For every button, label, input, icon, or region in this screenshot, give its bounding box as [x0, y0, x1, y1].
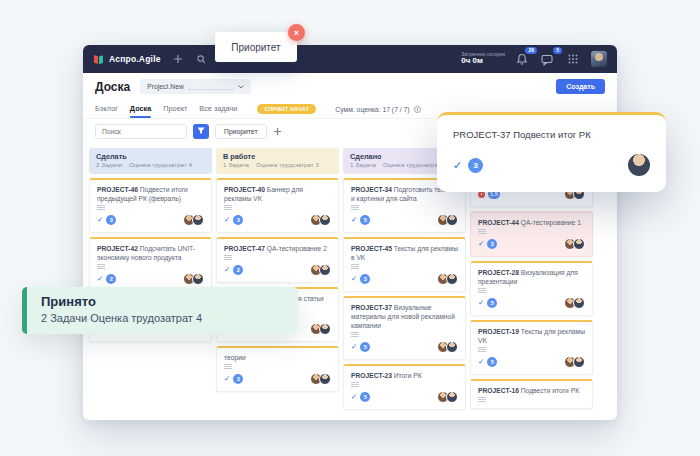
column-header: В работе1 ЗадачаОценка трудозатрат 3	[216, 148, 339, 174]
check-icon: ✓	[224, 266, 230, 274]
add-filter-button[interactable]	[273, 127, 282, 136]
avatar	[446, 341, 458, 353]
tab-проект[interactable]: Проект	[163, 100, 187, 118]
user-avatar[interactable]	[591, 51, 607, 67]
tab-все-задачи[interactable]: Все задачи	[199, 100, 237, 118]
assignee-avatars	[183, 214, 204, 226]
check-icon: ✓	[224, 216, 230, 224]
check-icon: ✓	[97, 216, 103, 224]
plus-icon	[273, 127, 282, 136]
description-icon	[478, 288, 486, 293]
filter-button[interactable]	[193, 124, 209, 139]
info-icon[interactable]	[414, 106, 421, 113]
column-task-count: 1 Задача	[223, 161, 249, 169]
floating-task-card[interactable]: PROJECT-37 Подвести итог РК ✓ 3	[437, 112, 666, 192]
task-card-project-47[interactable]: PROJECT-47 QA-тестирование 2✓2	[216, 237, 339, 283]
check-icon: ✓	[97, 275, 103, 283]
estimate-badge: 3	[233, 215, 243, 225]
task-card[interactable]: теории✓3	[216, 346, 339, 392]
description-icon	[478, 229, 486, 234]
assignee-avatars	[564, 297, 585, 309]
task-id: PROJECT-42	[97, 245, 138, 252]
task-id: PROJECT-23	[351, 372, 392, 379]
tab-бэклог[interactable]: Бэклог	[95, 100, 118, 118]
board-column-2: В работе1 ЗадачаОценка трудозатрат 3PROJ…	[216, 148, 339, 420]
task-title: PROJECT-44 QA-тестирование 1	[478, 218, 585, 227]
task-card-project-23[interactable]: PROJECT-23 Итоги РК✓5	[343, 364, 466, 410]
column-header: Сделать2 ЗадачиОценка трудозатрат 4	[89, 148, 212, 174]
apps-grid-icon[interactable]	[566, 52, 580, 66]
task-id: PROJECT-44	[478, 219, 519, 226]
accepted-subtitle: 2 Задачи Оценка трудозатрат 4	[41, 312, 284, 324]
estimate-badge: 3	[468, 158, 483, 173]
assignee-avatars	[437, 341, 458, 353]
page-header: Доска Project.New Создать	[83, 73, 617, 100]
check-icon: ✓	[224, 375, 230, 383]
avatar	[319, 373, 331, 385]
notifications-count: 26	[525, 47, 537, 54]
description-icon	[224, 205, 232, 210]
check-icon: ✓	[478, 240, 484, 248]
estimate-badge: 5	[360, 392, 370, 402]
task-title: PROJECT-23 Итоги РК	[351, 371, 458, 380]
task-title: PROJECT-19 Тексты для рекламы VK	[478, 327, 585, 345]
task-card-project-45[interactable]: PROJECT-45 Тексты для рекламы в VK✓3	[343, 237, 466, 292]
task-id: PROJECT-40	[224, 186, 265, 193]
messages-count: 5	[553, 47, 562, 54]
board-search[interactable]	[95, 124, 187, 139]
accepted-title: Принято	[41, 294, 284, 309]
logo-icon	[93, 54, 104, 65]
search-icon[interactable]	[195, 52, 209, 66]
column-task-count: 1 Задача	[350, 161, 376, 169]
app-logo[interactable]: Аспро.Agile	[93, 54, 161, 65]
check-icon: ✓	[351, 216, 357, 224]
task-card-project-46[interactable]: PROJECT-46 Подвести итоги предыдущей РК …	[89, 178, 212, 233]
task-card-project-28[interactable]: PROJECT-28 Визуализация для презентации✓…	[470, 261, 593, 316]
task-card-project-37[interactable]: PROJECT-37 Визуальные материалы для ново…	[343, 296, 466, 360]
avatar	[446, 391, 458, 403]
priority-tooltip-label: Приоритет	[231, 42, 280, 53]
topbar: Аспро.Agile Сп Затрачено сегодня 0ч 0м 2…	[83, 45, 617, 73]
avatar	[319, 214, 331, 226]
assignee-avatars	[310, 264, 331, 276]
task-card-project-16[interactable]: PROJECT-16 Подвести итоги РК	[470, 379, 593, 409]
estimate-badge: 5	[487, 298, 497, 308]
page-background: Аспро.Agile Сп Затрачено сегодня 0ч 0м 2…	[0, 0, 700, 456]
task-card-project-44[interactable]: PROJECT-44 QA-тестирование 1✓2	[470, 211, 593, 257]
priority-filter-chip[interactable]: Приоритет	[215, 124, 267, 139]
search-input[interactable]	[102, 128, 180, 135]
task-id: PROJECT-37	[351, 304, 392, 311]
assignee-avatars	[310, 323, 331, 335]
estimate-badge: 2	[233, 265, 243, 275]
task-card-project-42[interactable]: PROJECT-42 Подсчитать UNIT-экономику нов…	[89, 237, 212, 292]
project-selector[interactable]: Project.New	[140, 79, 251, 94]
avatar	[573, 297, 585, 309]
assignee-avatars	[310, 373, 331, 385]
check-icon: ✓	[453, 159, 462, 172]
assignee-avatars	[564, 238, 585, 250]
messages-button[interactable]: 5	[541, 52, 555, 66]
chat-icon	[541, 54, 554, 66]
task-title: PROJECT-45 Тексты для рекламы в VK	[351, 244, 458, 262]
create-button[interactable]: Создать	[556, 79, 605, 94]
avatar	[319, 264, 331, 276]
page-title: Доска	[95, 80, 130, 94]
assignee-avatars	[183, 273, 204, 285]
description-icon	[351, 205, 359, 210]
task-title: PROJECT-28 Визуализация для презентации	[478, 268, 585, 286]
close-icon[interactable]: ×	[288, 24, 305, 41]
description-icon	[224, 364, 232, 369]
funnel-icon	[197, 127, 205, 135]
task-card-project-19[interactable]: PROJECT-19 Тексты для рекламы VK✓5	[470, 320, 593, 375]
task-title: теории	[224, 353, 331, 362]
project-selector-value: Project.New	[147, 83, 184, 90]
tab-доска[interactable]: Доска	[130, 100, 151, 118]
task-card-project-40[interactable]: PROJECT-40 Баннер для рекламы VK✓3	[216, 178, 339, 233]
summary-estimate: Сумм. оценка: 17 (7 / 7)	[335, 106, 420, 113]
assignee-avatar	[628, 154, 650, 176]
add-icon[interactable]	[171, 52, 185, 66]
task-id: PROJECT-34	[351, 186, 392, 193]
task-id: PROJECT-19	[478, 328, 519, 335]
check-icon: ✓	[351, 275, 357, 283]
notifications-button[interactable]: 26	[516, 52, 530, 66]
